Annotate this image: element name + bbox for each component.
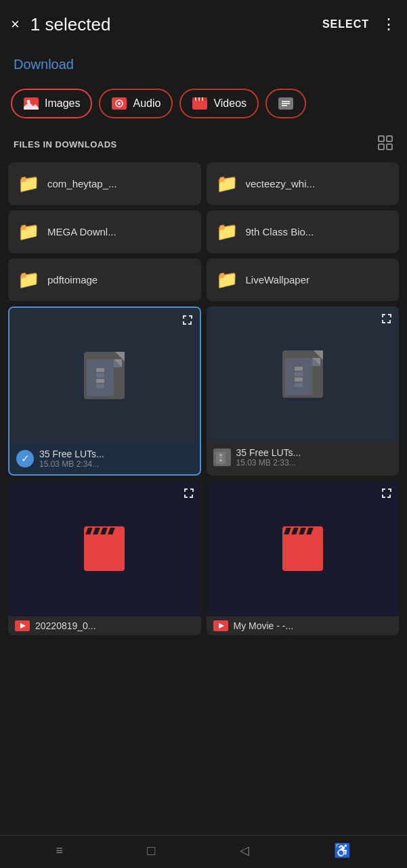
svg-rect-15 bbox=[379, 136, 384, 141]
svg-rect-30 bbox=[295, 372, 303, 376]
close-button[interactable]: × bbox=[11, 16, 20, 33]
folder-name: 9th Class Bio... bbox=[246, 226, 314, 237]
grid-toggle-button[interactable] bbox=[377, 135, 393, 154]
nav-home-button[interactable]: □ bbox=[147, 843, 155, 859]
video-info: 20220819_0... bbox=[8, 616, 201, 635]
download-section: Download bbox=[0, 49, 407, 83]
svg-rect-19 bbox=[87, 359, 114, 396]
video-preview bbox=[8, 481, 201, 616]
docs-icon bbox=[278, 95, 294, 112]
folder-name: MEGA Downl... bbox=[47, 226, 116, 237]
video-item[interactable]: My Movie - -... bbox=[207, 481, 400, 635]
folder-icon: 📁 bbox=[18, 221, 39, 242]
svg-rect-31 bbox=[295, 378, 303, 382]
svg-rect-23 bbox=[96, 373, 104, 378]
folder-name: pdftoimage bbox=[47, 274, 98, 285]
zip-preview-icon bbox=[282, 350, 323, 398]
file-meta: 35 Free LUTs... 15.03 MB 2:33... bbox=[236, 447, 393, 467]
filter-tab-audio[interactable]: Audio bbox=[99, 89, 173, 118]
folder-icon: 📁 bbox=[18, 269, 39, 290]
svg-rect-26 bbox=[285, 358, 312, 395]
folder-item[interactable]: 📁 9th Class Bio... bbox=[207, 210, 400, 253]
svg-rect-36 bbox=[219, 459, 222, 461]
svg-rect-35 bbox=[219, 457, 222, 459]
video-thumb-icon bbox=[15, 620, 30, 631]
zip-thumb-icon bbox=[213, 449, 231, 466]
filter-videos-label: Videos bbox=[213, 97, 247, 110]
clapper-icon bbox=[84, 526, 125, 571]
file-info: 35 Free LUTs... 15.03 MB 2:33... bbox=[207, 442, 400, 473]
nav-accessibility-button[interactable]: ♿ bbox=[334, 842, 351, 859]
svg-rect-17 bbox=[379, 144, 384, 150]
home-icon: □ bbox=[147, 843, 155, 859]
video-thumb-icon bbox=[213, 620, 228, 631]
nav-back-button[interactable]: ◁ bbox=[240, 843, 249, 858]
file-check-icon: ✓ bbox=[16, 450, 34, 467]
video-preview bbox=[207, 481, 400, 616]
images-icon bbox=[23, 95, 39, 112]
bottom-nav: ≡ □ ◁ ♿ bbox=[0, 835, 407, 868]
folder-item[interactable]: 📁 LiveWallpaper bbox=[207, 258, 400, 301]
folder-icon: 📁 bbox=[18, 173, 39, 194]
file-details: 15.03 MB 2:33... bbox=[236, 458, 393, 467]
folder-item[interactable]: 📁 com_heytap_... bbox=[8, 162, 201, 205]
expand-icon[interactable] bbox=[182, 486, 196, 503]
svg-rect-18 bbox=[387, 144, 392, 150]
file-name: 35 Free LUTs... bbox=[236, 447, 393, 458]
video-file-name: 20220819_0... bbox=[35, 620, 96, 631]
folder-item[interactable]: 📁 vecteezy_whi... bbox=[207, 162, 400, 205]
more-options-button[interactable]: ⋮ bbox=[381, 16, 396, 33]
file-info: ✓ 35 Free LUTs... 15.03 MB 2:34... bbox=[9, 443, 200, 474]
clapper-icon bbox=[282, 526, 323, 571]
select-button[interactable]: SELECT bbox=[322, 18, 369, 30]
file-preview bbox=[207, 306, 400, 442]
filter-tab-videos[interactable]: Videos bbox=[179, 89, 259, 118]
svg-rect-24 bbox=[96, 379, 104, 383]
folder-icon: 📁 bbox=[216, 173, 238, 194]
folder-item[interactable]: 📁 pdftoimage bbox=[8, 258, 201, 301]
folder-name: vecteezy_whi... bbox=[246, 178, 316, 189]
svg-rect-7 bbox=[192, 97, 207, 101]
filter-tab-images[interactable]: Images bbox=[11, 89, 92, 118]
folder-icon: 📁 bbox=[216, 269, 238, 290]
filter-images-label: Images bbox=[45, 97, 80, 110]
svg-rect-22 bbox=[96, 368, 104, 372]
svg-point-5 bbox=[118, 102, 121, 105]
file-item[interactable]: 35 Free LUTs... 15.03 MB 2:33... bbox=[207, 306, 400, 476]
folder-name: LiveWallpaper bbox=[246, 274, 310, 285]
file-meta: 35 Free LUTs... 15.03 MB 2:34... bbox=[39, 449, 193, 469]
download-link[interactable]: Download bbox=[14, 57, 74, 72]
section-title: FILES IN DOWNLOADS bbox=[14, 139, 117, 150]
svg-rect-29 bbox=[295, 367, 303, 371]
nav-menu-button[interactable]: ≡ bbox=[56, 844, 63, 858]
svg-rect-25 bbox=[96, 384, 104, 388]
header: × 1 selected SELECT ⋮ bbox=[0, 0, 407, 49]
filter-tabs: Images Audio Videos bbox=[0, 83, 407, 129]
filter-tab-docs[interactable] bbox=[265, 89, 306, 118]
expand-icon[interactable] bbox=[380, 312, 393, 328]
folder-icon: 📁 bbox=[216, 221, 238, 242]
expand-icon[interactable] bbox=[181, 313, 194, 329]
folder-name: com_heytap_... bbox=[47, 178, 117, 189]
file-item-selected[interactable]: ✓ 35 Free LUTs... 15.03 MB 2:34... bbox=[8, 306, 201, 476]
expand-icon[interactable] bbox=[380, 486, 393, 503]
back-icon: ◁ bbox=[240, 843, 249, 858]
file-preview bbox=[9, 308, 200, 443]
svg-rect-16 bbox=[387, 136, 392, 141]
videos-icon bbox=[192, 95, 208, 112]
video-item[interactable]: 20220819_0... bbox=[8, 481, 201, 635]
menu-icon: ≡ bbox=[56, 844, 63, 858]
section-header: FILES IN DOWNLOADS bbox=[0, 129, 407, 162]
file-name: 35 Free LUTs... bbox=[39, 449, 193, 459]
selection-count: 1 selected bbox=[30, 14, 322, 35]
folder-item[interactable]: 📁 MEGA Downl... bbox=[8, 210, 201, 253]
video-info: My Movie - -... bbox=[207, 616, 400, 635]
audio-icon bbox=[111, 95, 127, 112]
zip-preview-icon bbox=[84, 352, 125, 399]
svg-rect-34 bbox=[219, 454, 222, 456]
accessibility-icon: ♿ bbox=[334, 842, 351, 859]
video-file-name: My Movie - -... bbox=[234, 620, 294, 631]
filter-audio-label: Audio bbox=[133, 97, 160, 110]
svg-rect-32 bbox=[295, 383, 303, 387]
file-details: 15.03 MB 2:34... bbox=[39, 459, 193, 469]
